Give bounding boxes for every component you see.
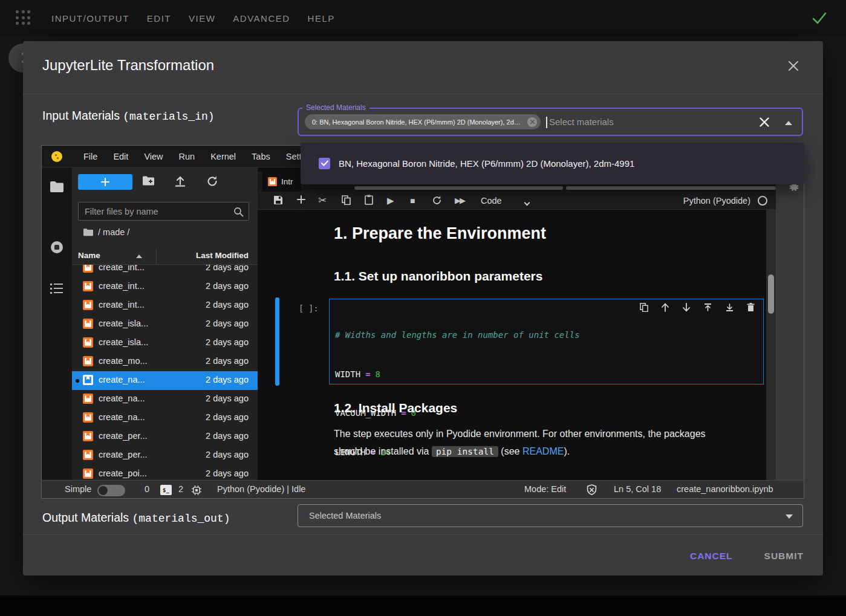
filter-files-input[interactable] — [85, 203, 230, 220]
restart-kernel-icon[interactable] — [432, 195, 442, 206]
code-cell[interactable]: # Widths and lengths are in number of un… — [329, 299, 764, 384]
paste-icon[interactable] — [365, 195, 373, 205]
material-option-label: BN, Hexagonal Boron Nitride, HEX (P6/mmm… — [339, 158, 634, 169]
terminals-count[interactable]: 0 — [145, 484, 149, 494]
header-divider — [23, 94, 823, 94]
cell-type-select[interactable]: Code — [481, 196, 502, 206]
run-icon[interactable]: ▶ — [387, 196, 394, 206]
menu-edit[interactable]: EDIT — [147, 13, 171, 24]
clear-selection-icon[interactable] — [758, 116, 770, 128]
file-row[interactable]: create_int...2 days ago — [72, 265, 258, 277]
insert-cell-above-icon[interactable] — [703, 303, 712, 312]
notebook-content: 1. Prepare the Environment 1.1. Set up n… — [258, 210, 776, 480]
input-materials-label: Input Materials (materials_in) — [42, 109, 215, 123]
file-row[interactable]: create_poi...2 days ago — [72, 465, 258, 480]
notebook-panel: Intr ✂ — [258, 167, 776, 480]
jmenu-file[interactable]: File — [83, 152, 97, 161]
menu-advanced[interactable]: ADVANCED — [233, 13, 290, 24]
restart-run-all-icon[interactable]: ▶▶ — [455, 196, 464, 206]
app-logo-dots-icon[interactable] — [16, 10, 31, 26]
trust-shield-icon[interactable] — [586, 484, 597, 496]
cancel-button[interactable]: CANCEL — [690, 551, 733, 562]
material-chip[interactable]: 0: BN, Hexagonal Boron Nitride, HEX (P6/… — [305, 114, 541, 129]
insert-cell-below-icon[interactable] — [725, 303, 734, 312]
file-row[interactable]: create_na...2 days ago — [72, 390, 258, 409]
file-browser-icon[interactable] — [50, 181, 64, 193]
kernels-count[interactable]: 2 — [178, 484, 183, 494]
file-row[interactable]: create_per...2 days ago — [72, 446, 258, 465]
close-icon[interactable] — [786, 58, 801, 74]
copy-icon[interactable] — [342, 195, 351, 205]
jupyter-right-sidebar — [776, 167, 804, 480]
jmenu-run[interactable]: Run — [179, 152, 195, 161]
new-folder-icon[interactable] — [142, 175, 155, 186]
chip-remove-icon[interactable] — [527, 117, 537, 127]
file-row[interactable]: create_isla...2 days ago — [72, 334, 258, 352]
dropdown-open-caret-icon[interactable] — [785, 121, 792, 125]
materials-input-placeholder[interactable]: Select materials — [549, 117, 614, 127]
output-materials-select[interactable]: Selected Materials — [298, 504, 803, 527]
readme-link[interactable]: README — [522, 446, 564, 456]
simple-mode-toggle[interactable] — [97, 485, 125, 496]
tabbar-scrollbar[interactable] — [354, 186, 563, 190]
insert-cell-icon[interactable] — [296, 195, 306, 204]
kernel-name[interactable]: Python (Pyodide) — [683, 196, 750, 206]
file-row[interactable]: create_isla...2 days ago — [72, 315, 258, 334]
breadcrumb[interactable]: / made / — [83, 227, 129, 237]
new-launcher-button[interactable] — [78, 174, 132, 190]
cut-icon[interactable]: ✂ — [318, 196, 327, 206]
notebook-filename[interactable]: create_nanoribbon.ipynb — [677, 484, 773, 494]
running-kernels-icon[interactable] — [50, 240, 64, 255]
cursor-position[interactable]: Ln 5, Col 18 — [614, 484, 661, 494]
jmenu-settings[interactable]: Sett — [286, 152, 302, 161]
column-last-modified[interactable]: Last Modified — [196, 251, 249, 260]
dialog-actions: CANCEL SUBMIT — [690, 544, 804, 568]
table-of-contents-icon[interactable] — [50, 282, 64, 294]
submit-button[interactable]: SUBMIT — [764, 551, 804, 562]
file-row[interactable]: create_na...2 days ago — [72, 409, 258, 427]
active-cell-indicator[interactable] — [275, 297, 279, 386]
menu-input-output[interactable]: INPUT/OUTPUT — [51, 13, 129, 24]
file-row[interactable]: create_per...2 days ago — [72, 427, 258, 446]
notebook-icon — [83, 450, 93, 460]
notebook-icon — [83, 375, 93, 385]
notebook-icon — [83, 337, 93, 348]
jmenu-kernel[interactable]: Kernel — [210, 152, 236, 161]
sort-ascending-icon[interactable] — [136, 255, 142, 258]
file-row[interactable]: create_mo...2 days ago — [72, 352, 258, 371]
save-icon[interactable] — [273, 195, 283, 205]
kernel-status-text[interactable]: Python (Pyodide) | Idle — [217, 484, 305, 494]
jmenu-tabs[interactable]: Tabs — [252, 152, 270, 161]
jmenu-edit[interactable]: Edit — [113, 152, 128, 161]
menu-help[interactable]: HELP — [308, 13, 335, 24]
refresh-icon[interactable] — [206, 175, 218, 187]
file-row[interactable]: create_int...2 days ago — [72, 277, 258, 296]
delete-cell-icon[interactable] — [747, 303, 755, 312]
notebook-icon — [268, 177, 277, 186]
notebook-tab[interactable]: Intr — [262, 172, 301, 192]
notebook-icon — [83, 300, 93, 310]
material-option[interactable]: BN, Hexagonal Boron Nitride, HEX (P6/mmm… — [301, 151, 804, 175]
selected-materials-field[interactable]: 0: BN, Hexagonal Boron Nitride, HEX (P6/… — [298, 108, 803, 136]
chevron-down-icon[interactable] — [525, 197, 529, 207]
check-icon[interactable] — [811, 10, 828, 26]
jupyterlite-widget: File Edit View Run Kernel Tabs Sett — [41, 145, 804, 499]
kernel-status-icon[interactable] — [758, 196, 767, 206]
notebook-scrollbar-track[interactable] — [766, 210, 776, 480]
jupyterlite-transformation-dialog: JupyterLite Transformation Input Materia… — [23, 41, 823, 575]
file-row[interactable]: create_int...2 days ago — [72, 296, 258, 315]
move-cell-up-icon[interactable] — [661, 303, 669, 312]
move-cell-down-icon[interactable] — [682, 303, 691, 312]
upload-icon[interactable] — [174, 175, 186, 187]
mode-indicator[interactable]: Mode: Edit — [524, 484, 566, 494]
checkbox-checked-icon[interactable] — [319, 158, 330, 169]
duplicate-cell-icon[interactable] — [640, 303, 648, 312]
jmenu-view[interactable]: View — [144, 152, 163, 161]
app-top-bar: INPUT/OUTPUT EDIT VIEW ADVANCED HELP — [0, 0, 846, 36]
tabbar-scrollbar[interactable] — [566, 186, 776, 190]
menu-view[interactable]: VIEW — [189, 13, 215, 24]
stop-icon[interactable]: ■ — [410, 196, 415, 206]
column-name[interactable]: Name — [78, 251, 100, 260]
file-row-selected[interactable]: create_na...2 days ago — [72, 371, 258, 390]
notebook-scrollbar-thumb[interactable] — [768, 274, 774, 314]
